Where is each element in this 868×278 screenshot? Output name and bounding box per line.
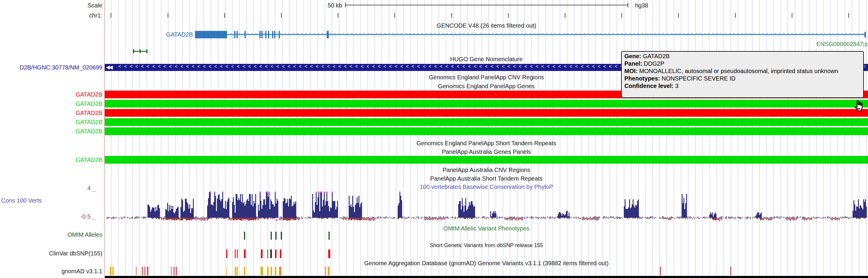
clinvar-variant-tick[interactable] (237, 249, 238, 258)
phylop-pos-bar (706, 217, 706, 218)
ge-panelapp-bar[interactable] (105, 128, 868, 135)
gnomad-variant-tick[interactable] (174, 267, 175, 275)
phylop-pos-bar (600, 217, 600, 218)
strand-chevron-left-icon: < (579, 31, 581, 36)
clinvar-variant-tick[interactable] (226, 249, 227, 258)
ucsc-genome-browser-view: Scale 50 kb hg38 chr1: 153,800,000153,81… (0, 0, 868, 278)
clinvar-variant-tick[interactable] (235, 249, 236, 258)
clinvar-variant-tick[interactable] (280, 249, 281, 258)
omim-variant-tick[interactable] (281, 232, 282, 240)
strand-chevron-left-icon: < (288, 31, 290, 36)
strand-chevron-left-icon: < (645, 31, 648, 36)
strand-chevron-left-icon: < (803, 31, 806, 36)
phylop-neg-bar (792, 218, 793, 220)
phylop-neg-bar (568, 218, 569, 219)
ge-panelapp-bar[interactable] (105, 109, 868, 117)
gene-exon-tick[interactable] (234, 31, 235, 38)
gene-coding-box[interactable] (195, 31, 227, 38)
gnomad-variant-tick[interactable] (226, 267, 227, 275)
dense-track-bar[interactable] (105, 276, 868, 278)
strand-chevron-left-icon: < (446, 31, 448, 36)
gnomad-variant-tick[interactable] (113, 267, 114, 275)
phylop-neg-bar (661, 218, 662, 218)
gene-exon-tick[interactable] (245, 31, 246, 38)
gnomad-variant-tick[interactable] (660, 267, 661, 275)
strand-chevron-left-icon: < (811, 31, 814, 36)
phylop-neg-bar (847, 218, 848, 218)
phylop-neg-bar (281, 218, 282, 220)
hugo-chevron-left-icon: < (192, 64, 194, 69)
gnomad-variant-tick[interactable] (730, 267, 731, 275)
gnomad-variant-tick[interactable] (279, 267, 281, 275)
gene-exon-tick[interactable] (272, 31, 273, 38)
clinvar-variant-tick[interactable] (261, 249, 262, 258)
gnomad-variant-tick[interactable] (136, 267, 136, 275)
gnomad-variant-tick[interactable] (267, 267, 269, 275)
au-panelapp-genes-bar[interactable] (105, 156, 868, 164)
gnomad-variant-tick[interactable] (244, 267, 245, 275)
phylop-neg-bar (605, 218, 606, 219)
hugo-chevron-left-icon: < (491, 64, 493, 69)
gnomad-variant-tick[interactable] (147, 267, 148, 275)
phylop-neg-bar (476, 218, 476, 219)
gnomad-variant-tick[interactable] (260, 267, 263, 275)
clinvar-variant-tick[interactable] (244, 249, 246, 258)
phylop-neg-bar (472, 218, 473, 219)
omim-variant-tick[interactable] (244, 232, 245, 240)
omim-variant-tick[interactable] (271, 232, 272, 240)
phylop-neg-bar (809, 218, 810, 220)
gene-exon-tick[interactable] (261, 31, 262, 38)
gnomad-variant-tick[interactable] (271, 267, 272, 275)
phylop-neg-bar (609, 218, 609, 218)
gene-exon-tick[interactable] (237, 31, 238, 38)
gene-exon-tick[interactable] (274, 31, 275, 38)
phylop-neg-bar (258, 218, 259, 220)
gene-exon-tick[interactable] (265, 31, 267, 38)
phylop-neg-bar (641, 218, 641, 219)
gnomad-variant-tick[interactable] (145, 267, 146, 275)
clinvar-variant-tick[interactable] (270, 249, 272, 258)
gene-exon-terminal[interactable] (864, 32, 866, 37)
phylop-neg-bar (690, 218, 691, 218)
hugo-chevron-left-icon: < (462, 64, 465, 69)
phylop-neg-bar (268, 218, 269, 219)
ge-panelapp-bar[interactable] (105, 118, 868, 126)
gnomad-variant-tick[interactable] (176, 267, 177, 275)
strand-chevron-left-icon: < (354, 31, 357, 36)
gene-exon-tick[interactable] (279, 31, 280, 38)
gnomad-variant-tick[interactable] (110, 267, 111, 275)
strand-chevron-left-icon: < (388, 31, 390, 36)
gnomad-variant-tick[interactable] (142, 267, 143, 275)
gene-exon-tick[interactable] (268, 31, 269, 38)
gnomad-variant-tick[interactable] (237, 267, 238, 275)
hugo-chevron-left-icon: < (152, 64, 155, 69)
phylop-histogram[interactable] (105, 192, 868, 222)
phylop-neg-bar (203, 218, 203, 220)
strand-chevron-left-icon: < (790, 31, 793, 36)
strand-chevron-left-icon: < (433, 31, 436, 36)
gnomad-variant-tick[interactable] (325, 267, 326, 275)
phylop-neg-bar (729, 218, 730, 218)
hugo-chevron-left-icon: < (406, 64, 409, 69)
phylop-neg-bar (622, 218, 623, 219)
phylop-pos-bar (776, 217, 777, 218)
phylop-neg-bar (777, 218, 777, 218)
gnomad-variant-tick[interactable] (171, 267, 172, 275)
gene-exon-tick[interactable] (259, 31, 260, 38)
phylop-neg-bar (765, 218, 765, 219)
phylop-pos-bar (308, 217, 308, 218)
omim-variant-tick[interactable] (329, 232, 330, 240)
strand-chevron-left-icon: < (716, 31, 718, 36)
phylop-pos-bar (539, 217, 540, 218)
clinvar-variant-tick[interactable] (267, 249, 268, 258)
gnomad-variant-tick[interactable] (275, 267, 276, 275)
gnomad-variant-tick[interactable] (328, 267, 330, 275)
gnomad-variant-tick[interactable] (235, 267, 236, 275)
clinvar-variant-tick[interactable] (328, 249, 330, 258)
ge-panelapp-bar[interactable] (105, 100, 868, 108)
omim-variant-tick[interactable] (275, 232, 277, 240)
gene-exon-thick[interactable] (327, 31, 329, 38)
clinvar-variant-tick[interactable] (275, 249, 277, 258)
phylop-neg-bar (703, 218, 704, 218)
hugo-chevron-left-icon: < (468, 64, 471, 69)
